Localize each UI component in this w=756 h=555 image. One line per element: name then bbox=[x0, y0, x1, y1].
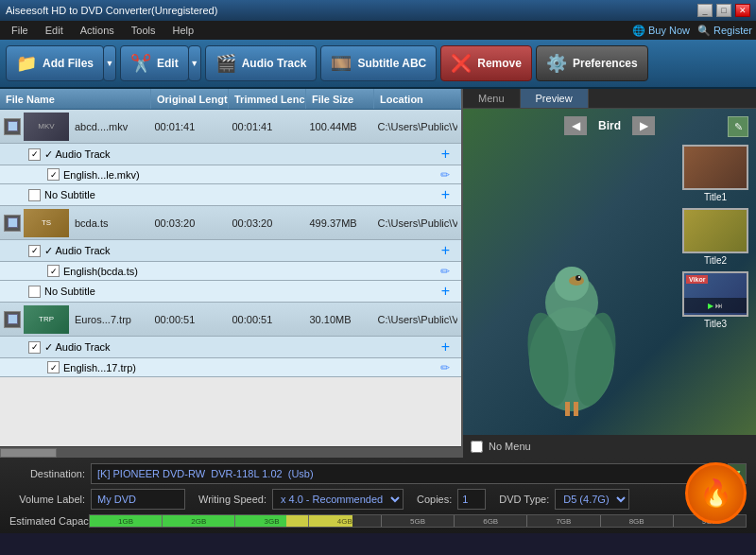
next-button[interactable]: ▶ bbox=[632, 116, 655, 135]
copies-input[interactable] bbox=[457, 489, 486, 510]
writing-speed-select[interactable]: x 4.0 - Recommended bbox=[272, 489, 404, 510]
cap-label-3: 3GB bbox=[235, 515, 308, 527]
tab-menu[interactable]: Menu bbox=[463, 89, 521, 108]
writing-speed-label: Writing Speed: bbox=[198, 494, 266, 505]
remove-button[interactable]: ❌ Remove bbox=[440, 45, 532, 81]
menu-tools[interactable]: Tools bbox=[124, 23, 163, 38]
toolbar: 📁 Add Files ▼ ✂️ Edit ▼ 🎬 Audio Track 🎞️… bbox=[0, 40, 756, 89]
add-track-button[interactable]: + bbox=[441, 146, 457, 163]
no-menu-label: No Menu bbox=[489, 441, 531, 452]
subtitle-button[interactable]: 🎞️ Subtitle ABC bbox=[320, 45, 437, 81]
edit-track-button-3[interactable]: ✏ bbox=[440, 361, 457, 374]
dvd-type-select[interactable]: D5 (4.7G) bbox=[555, 489, 629, 510]
add-files-arrow[interactable]: ▼ bbox=[103, 45, 116, 81]
menu-edit[interactable]: Edit bbox=[38, 23, 71, 38]
row-checkbox-3[interactable] bbox=[4, 311, 21, 328]
file-thumbnail-2: TS bbox=[24, 209, 69, 237]
file-list-scroll[interactable]: MKV abcd....mkv 00:01:41 00:01:41 100.44… bbox=[0, 110, 461, 446]
location-cell-3: C:\Users\Public\Videos\Eur... bbox=[378, 314, 458, 325]
track-detail-checkbox-2[interactable]: ✓ bbox=[47, 265, 60, 277]
no-menu-row: No Menu bbox=[463, 435, 756, 458]
add-track-button-3[interactable]: + bbox=[441, 338, 457, 356]
preferences-label: Preferences bbox=[573, 57, 638, 70]
subtitle-checkbox[interactable] bbox=[28, 189, 41, 201]
volume-input[interactable] bbox=[91, 489, 185, 510]
list-item: ✓ English(bcda.ts) ✏ bbox=[0, 262, 461, 281]
buy-now-link[interactable]: 🌐 Buy Now bbox=[632, 25, 690, 37]
menu-file[interactable]: File bbox=[4, 23, 36, 38]
thumbnail-title3[interactable]: Vikor ▶ ⏭ Title3 bbox=[682, 271, 748, 329]
filesize-cell-2: 499.37MB bbox=[310, 217, 378, 229]
preview-edit-button[interactable]: ✎ bbox=[728, 116, 748, 137]
track-detail-checkbox[interactable]: ✓ bbox=[47, 168, 60, 181]
edit-arrow[interactable]: ▼ bbox=[188, 45, 201, 81]
row-checkbox-2[interactable] bbox=[4, 215, 21, 232]
remove-label: Remove bbox=[477, 57, 522, 70]
capacity-row: Estimated Capacity: 1GB 2GB 3GB 4GB 5GB … bbox=[9, 514, 747, 528]
add-files-icon: 📁 bbox=[16, 53, 37, 74]
row-checkbox[interactable] bbox=[4, 118, 21, 135]
track-checkbox-2[interactable]: ✓ bbox=[28, 245, 41, 257]
prev-button[interactable]: ◀ bbox=[564, 116, 587, 135]
no-menu-checkbox[interactable] bbox=[471, 441, 483, 453]
scroll-thumb[interactable] bbox=[0, 448, 57, 458]
list-item: No Subtitle + bbox=[0, 281, 461, 303]
table-row[interactable]: TRP Euros...7.trp 00:00:51 00:00:51 30.1… bbox=[0, 303, 461, 337]
preview-area: ◀ Bird ▶ ✎ Title1 Title2 bbox=[463, 109, 756, 435]
thumb-image-2 bbox=[682, 208, 748, 253]
audio-track-button[interactable]: 🎬 Audio Track bbox=[205, 45, 318, 81]
menu-items: File Edit Actions Tools Help bbox=[4, 23, 201, 38]
destination-input[interactable] bbox=[91, 463, 722, 484]
close-button[interactable]: ✕ bbox=[735, 4, 750, 17]
add-subtitle-button[interactable]: + bbox=[441, 186, 457, 203]
edit-button[interactable]: ✂️ Edit bbox=[120, 45, 189, 81]
capacity-label: Estimated Capacity: bbox=[9, 515, 85, 527]
table-row[interactable]: TS bcda.ts 00:03:20 00:03:20 499.37MB C:… bbox=[0, 206, 461, 240]
table-row[interactable]: MKV abcd....mkv 00:01:41 00:01:41 100.44… bbox=[0, 110, 461, 144]
track-detail-label: English...le.mkv) bbox=[63, 169, 140, 181]
trimmed-length-cell-2: 00:03:20 bbox=[232, 217, 310, 229]
track-checkbox[interactable]: ✓ bbox=[28, 148, 41, 161]
track-checkbox-3[interactable]: ✓ bbox=[28, 341, 41, 354]
add-subtitle-button-2[interactable]: + bbox=[441, 283, 457, 300]
list-item: ✓ ✓ Audio Track + bbox=[0, 337, 461, 358]
track-detail-label-2: English(bcda.ts) bbox=[63, 266, 138, 277]
subtitle-label-2: No Subtitle bbox=[44, 286, 95, 297]
track-label-2: ✓ Audio Track bbox=[44, 245, 111, 257]
bottom-bar: Destination: ▼ Volume Label: Writing Spe… bbox=[0, 458, 756, 533]
header-filename: File Name bbox=[0, 89, 151, 109]
burn-button[interactable]: 🔥 bbox=[685, 462, 747, 524]
header-filesize: File Size bbox=[306, 89, 374, 109]
preferences-button[interactable]: ⚙️ Preferences bbox=[536, 45, 648, 81]
header-location: Location bbox=[374, 89, 461, 109]
edit-track-button-2[interactable]: ✏ bbox=[440, 265, 457, 278]
filename-cell-2: bcda.ts bbox=[75, 217, 155, 229]
minimize-button[interactable]: _ bbox=[697, 4, 713, 17]
window-title: Aiseesoft HD to DVD Converter(Unregister… bbox=[6, 5, 217, 16]
menu-actions[interactable]: Actions bbox=[73, 23, 122, 38]
destination-label: Destination: bbox=[9, 468, 85, 479]
title-bar-controls: _ □ ✕ bbox=[697, 4, 750, 17]
scrollbar[interactable] bbox=[0, 446, 461, 458]
copies-label: Copies: bbox=[417, 494, 452, 505]
thumbnail-title1[interactable]: Title1 bbox=[682, 145, 748, 202]
edit-track-button[interactable]: ✏ bbox=[440, 168, 457, 182]
add-track-button-2[interactable]: + bbox=[441, 242, 457, 259]
register-link[interactable]: 🔍 Register bbox=[697, 25, 752, 37]
filename-cell-3: Euros...7.trp bbox=[75, 314, 155, 325]
tab-preview[interactable]: Preview bbox=[521, 89, 589, 108]
file-thumbnail: MKV bbox=[24, 113, 69, 141]
maximize-button[interactable]: □ bbox=[716, 4, 731, 17]
location-cell: C:\Users\Public\Videos\ais... bbox=[378, 121, 458, 132]
svg-point-8 bbox=[576, 275, 581, 281]
add-files-button[interactable]: 📁 Add Files bbox=[6, 45, 104, 81]
thumbnail-title2[interactable]: Title2 bbox=[682, 208, 748, 266]
cap-label-5: 5GB bbox=[382, 515, 455, 527]
menu-help[interactable]: Help bbox=[164, 23, 201, 38]
filename-cell: abcd....mkv bbox=[75, 121, 155, 132]
list-item: ✓ English...17.trp) ✏ bbox=[0, 358, 461, 377]
track-detail-checkbox-3[interactable]: ✓ bbox=[47, 361, 60, 373]
subtitle-checkbox-2[interactable] bbox=[28, 286, 41, 298]
volume-label: Volume Label: bbox=[9, 494, 85, 505]
file-list-header: File Name Original Lengt Trimmed Lenc Fi… bbox=[0, 89, 461, 110]
